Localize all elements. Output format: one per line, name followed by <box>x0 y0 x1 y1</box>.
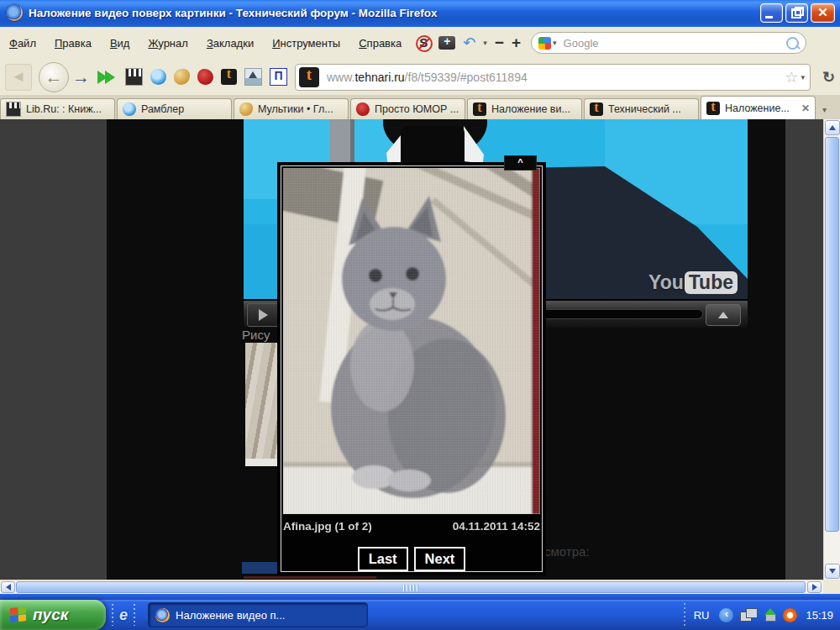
tab-label: Наложение... <box>725 102 798 114</box>
internet-explorer-icon[interactable] <box>119 606 128 624</box>
tab-label: Технический ... <box>608 103 693 115</box>
youtube-logo-you: You <box>648 271 684 294</box>
menu-item-view[interactable]: Вид <box>101 34 139 53</box>
tab-rambler-icon <box>123 102 136 116</box>
tab-nalozhenie-1[interactable]: Наложение ви... <box>467 98 582 119</box>
scroll-down-button[interactable] <box>825 564 840 579</box>
zoom-out-icon[interactable] <box>495 36 504 50</box>
search-icon[interactable] <box>786 37 799 50</box>
menu-item-bookmarks[interactable]: Закладки <box>197 34 263 53</box>
attachment-thumbnail[interactable] <box>245 343 281 459</box>
tab-libru[interactable]: Lib.Ru: : Книж... <box>0 98 115 119</box>
volume-button[interactable] <box>706 304 741 326</box>
horizontal-scrollbar[interactable] <box>0 580 823 594</box>
tab-label: Мультики • Гл... <box>258 103 343 115</box>
bookmark-tehnari-icon[interactable] <box>221 69 237 85</box>
restore-button[interactable] <box>785 3 808 23</box>
tab-humor-icon <box>356 102 370 116</box>
attachment-thumbnail-edge <box>245 459 281 466</box>
toolbar-box-plus-icon[interactable] <box>438 36 455 50</box>
menu-item-file[interactable]: Файл <box>0 34 45 53</box>
firefox-icon <box>155 608 170 622</box>
tab-tehnicheskiy[interactable]: Технический ... <box>584 98 699 119</box>
quick-launch-divider <box>112 604 113 626</box>
menu-item-tools[interactable]: Инструменты <box>263 34 349 53</box>
taskbar-window-button[interactable]: Наложение видео п... <box>148 602 368 627</box>
google-logo-icon <box>538 37 551 50</box>
tab-nalozhenie-active[interactable]: Наложение... <box>701 96 816 119</box>
bookmark-libru-icon[interactable] <box>125 68 143 86</box>
lightbox-close-icon[interactable] <box>504 155 537 171</box>
fast-forward-icon[interactable] <box>100 71 115 84</box>
search-input[interactable] <box>562 36 783 50</box>
next-button[interactable]: Next <box>414 547 466 571</box>
search-engine-caret-icon[interactable] <box>553 39 557 47</box>
bookmark-humor-icon[interactable] <box>197 69 213 85</box>
site-favicon <box>299 67 319 87</box>
window-titlebar: Наложение видео поверх картинки - Технич… <box>0 0 840 25</box>
close-icon <box>811 4 834 22</box>
photo-grain-overlay <box>283 168 540 514</box>
tab-close-icon[interactable] <box>801 102 810 114</box>
network-icon[interactable] <box>740 608 757 622</box>
desktop: Наложение видео поверх картинки - Технич… <box>0 0 840 630</box>
restore-icon-back <box>795 7 804 16</box>
tray-divider <box>684 603 685 627</box>
minimize-icon <box>765 16 773 18</box>
bookmark-pe-icon[interactable] <box>270 68 287 86</box>
minimize-button[interactable] <box>760 3 783 23</box>
horizontal-scroll-thumb[interactable] <box>16 581 806 593</box>
small-text-strip <box>244 576 376 579</box>
lightbox-photo[interactable] <box>283 168 540 514</box>
vertical-scroll-thumb[interactable] <box>825 137 839 532</box>
language-indicator[interactable]: RU <box>694 609 710 622</box>
address-bar[interactable]: www.tehnari.ru/f8/t59339/#post611894 <box>295 64 811 91</box>
bookmark-star-icon[interactable] <box>785 68 798 87</box>
tab-label: Lib.Ru: : Книж... <box>26 103 109 115</box>
skype-disabled-icon[interactable] <box>416 35 431 50</box>
quick-launch-divider <box>134 604 135 626</box>
arrow-up-icon <box>718 312 728 318</box>
lightbox-buttons: Last Next <box>277 547 546 571</box>
back-button[interactable] <box>39 62 69 92</box>
menu-item-edit[interactable]: Правка <box>45 34 101 53</box>
hide-icons-chevron-icon[interactable] <box>719 608 733 622</box>
vertical-scrollbar[interactable] <box>823 119 840 580</box>
arrow-down-icon <box>829 569 836 574</box>
taskbar-clock[interactable]: 15:19 <box>806 609 833 622</box>
last-button[interactable]: Last <box>358 547 408 571</box>
url-text[interactable]: www.tehnari.ru/f8/t59339/#post611894 <box>327 71 782 84</box>
navigation-bar: www.tehnari.ru/f8/t59339/#post611894 <box>0 59 840 95</box>
close-button[interactable] <box>811 3 835 23</box>
bookmark-multiki-icon[interactable] <box>174 69 190 85</box>
undo-icon[interactable] <box>463 36 475 50</box>
reload-icon[interactable] <box>822 68 835 87</box>
undo-dropdown-caret-icon[interactable] <box>483 39 487 47</box>
menu-item-history[interactable]: Журнал <box>139 34 197 53</box>
menu-item-help[interactable]: Справка <box>349 34 411 53</box>
antivirus-icon[interactable] <box>783 608 797 622</box>
list-all-tabs-caret-icon[interactable] <box>822 105 827 114</box>
bookmark-ship-icon[interactable] <box>244 68 262 86</box>
forward-button[interactable] <box>72 67 90 87</box>
bookmark-rambler-icon[interactable] <box>150 69 166 85</box>
safely-remove-hardware-icon[interactable] <box>764 608 776 622</box>
taskbar-window-label: Наложение видео п... <box>176 609 285 622</box>
scroll-left-button[interactable] <box>1 581 15 593</box>
tab-tehnari-icon <box>590 102 603 116</box>
play-button[interactable] <box>247 303 279 327</box>
scroll-right-button[interactable] <box>807 581 822 593</box>
back-disabled-icon <box>5 64 32 91</box>
lightbox-caption-row: Afina.jpg (1 of 2) 04.11.2011 14:52 <box>283 520 540 533</box>
search-box[interactable] <box>531 32 806 54</box>
scroll-up-button[interactable] <box>825 120 840 135</box>
tab-multiki[interactable]: Мультики • Гл... <box>234 98 349 119</box>
taskbar: пуск Наложение видео п... RU 15:19 <box>0 600 840 630</box>
urlbar-dropdown-caret-icon[interactable] <box>801 73 805 81</box>
zoom-in-icon[interactable] <box>512 36 521 50</box>
tab-humor[interactable]: Просто ЮМОР ... <box>350 98 465 119</box>
windows-logo-icon <box>10 606 27 623</box>
start-button[interactable]: пуск <box>0 600 106 630</box>
tab-rambler[interactable]: Рамблер <box>117 98 232 119</box>
play-icon <box>259 309 268 321</box>
